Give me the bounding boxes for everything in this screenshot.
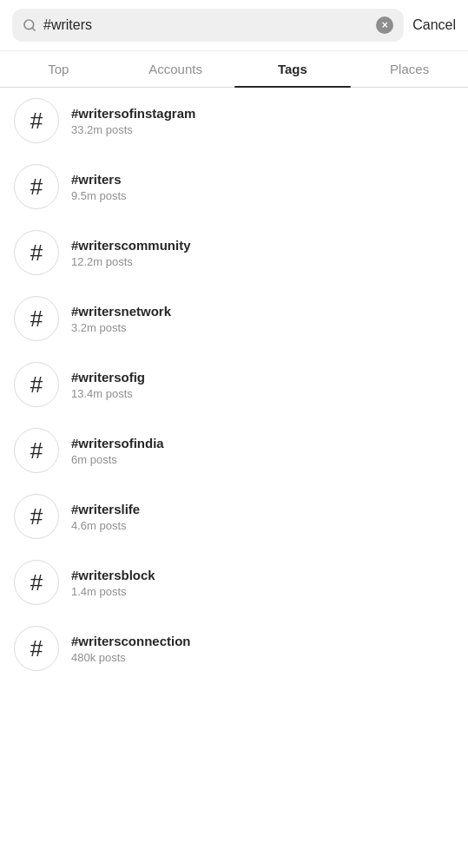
tag-name: #writersofig: [71, 370, 145, 385]
list-item[interactable]: # #writersofig 13.4m posts: [0, 352, 468, 418]
result-info: #writersconnection 480k posts: [71, 634, 191, 664]
tag-name: #writersblock: [71, 568, 155, 582]
search-input[interactable]: [43, 17, 369, 33]
list-item[interactable]: # #writersconnection 480k posts: [0, 615, 468, 681]
list-item[interactable]: # #writersofinstagram 33.2m posts: [0, 88, 468, 154]
tag-name: #writersnetwork: [71, 304, 171, 319]
list-item[interactable]: # #writerscommunity 12.2m posts: [0, 220, 468, 286]
result-info: #writersofindia 6m posts: [71, 436, 164, 466]
tag-post-count: 3.2m posts: [71, 321, 171, 334]
results-list: # #writersofinstagram 33.2m posts # #wri…: [0, 88, 468, 681]
tag-post-count: 13.4m posts: [71, 387, 145, 400]
list-item[interactable]: # #writersblock 1.4m posts: [0, 549, 468, 615]
hashtag-icon: #: [14, 494, 59, 539]
svg-line-1: [32, 28, 35, 30]
hashtag-icon: #: [14, 428, 59, 473]
result-info: #writersnetwork 3.2m posts: [71, 304, 171, 334]
tag-post-count: 480k posts: [71, 651, 191, 664]
search-icon: [23, 18, 36, 32]
tag-name: #writerslife: [71, 502, 140, 516]
result-info: #writersblock 1.4m posts: [71, 568, 155, 598]
tag-name: #writersofindia: [71, 436, 164, 450]
clear-icon[interactable]: ×: [376, 16, 393, 34]
tag-post-count: 4.6m posts: [71, 519, 140, 532]
cancel-button[interactable]: Cancel: [412, 17, 456, 33]
tag-post-count: 9.5m posts: [71, 189, 127, 202]
hashtag-icon: #: [14, 560, 59, 605]
result-info: #writersofinstagram 33.2m posts: [71, 106, 195, 136]
search-input-wrapper: ×: [12, 9, 404, 42]
result-info: #writerslife 4.6m posts: [71, 502, 140, 532]
tab-places[interactable]: Places: [351, 51, 468, 87]
tag-post-count: 6m posts: [71, 453, 164, 466]
list-item[interactable]: # #writerslife 4.6m posts: [0, 483, 468, 549]
result-info: #writers 9.5m posts: [71, 172, 127, 202]
tab-top[interactable]: Top: [0, 51, 117, 87]
tabs-bar: Top Accounts Tags Places: [0, 51, 468, 88]
tab-tags[interactable]: Tags: [234, 51, 352, 87]
hashtag-icon: #: [14, 296, 59, 341]
list-item[interactable]: # #writers 9.5m posts: [0, 154, 468, 220]
result-info: #writerscommunity 12.2m posts: [71, 238, 191, 268]
list-item[interactable]: # #writersnetwork 3.2m posts: [0, 286, 468, 352]
tag-post-count: 12.2m posts: [71, 255, 191, 268]
tag-name: #writers: [71, 172, 127, 187]
hashtag-icon: #: [14, 230, 59, 275]
tag-post-count: 33.2m posts: [71, 123, 195, 136]
result-info: #writersofig 13.4m posts: [71, 370, 145, 400]
search-bar: × Cancel: [0, 0, 468, 51]
tag-name: #writersofinstagram: [71, 106, 195, 121]
tab-accounts[interactable]: Accounts: [117, 51, 234, 87]
hashtag-icon: #: [14, 626, 59, 671]
tag-name: #writersconnection: [71, 634, 191, 648]
tag-name: #writerscommunity: [71, 238, 191, 253]
tag-post-count: 1.4m posts: [71, 585, 155, 598]
hashtag-icon: #: [14, 98, 59, 143]
hashtag-icon: #: [14, 362, 59, 407]
hashtag-icon: #: [14, 164, 59, 209]
list-item[interactable]: # #writersofindia 6m posts: [0, 418, 468, 483]
